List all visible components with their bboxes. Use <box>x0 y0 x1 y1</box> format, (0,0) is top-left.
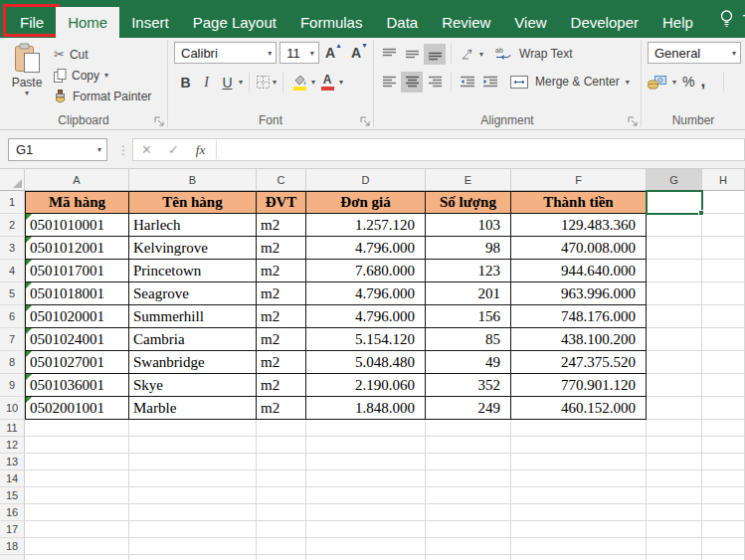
cell-G4[interactable] <box>647 260 702 282</box>
font-color-dropdown-icon[interactable]: ▾ <box>339 79 343 86</box>
row-header-2[interactable]: 2 <box>0 214 25 237</box>
fill-handle[interactable] <box>698 210 704 216</box>
cell-C2[interactable]: m2 <box>257 214 306 237</box>
row-header-15[interactable]: 15 <box>0 487 25 504</box>
cell-D10[interactable]: 1.848.000 <box>306 397 426 420</box>
font-size-combo[interactable]: 11 ▾ <box>279 42 319 64</box>
cell-C17[interactable] <box>257 521 306 538</box>
comma-style-button[interactable]: , <box>700 77 705 87</box>
cell-G17[interactable] <box>647 521 702 538</box>
cell-C9[interactable]: m2 <box>257 374 306 397</box>
cell-E17[interactable] <box>426 521 511 538</box>
cell-H9[interactable] <box>702 374 745 397</box>
fill-color-dropdown-icon[interactable]: ▾ <box>311 79 315 86</box>
column-header-H[interactable]: H <box>702 169 745 191</box>
cell-F4[interactable]: 944.640.000 <box>511 260 647 282</box>
cell-D16[interactable] <box>306 504 426 521</box>
cell-A1[interactable]: Mã hàng <box>25 191 129 214</box>
decrease-font-size-button[interactable]: A▼ <box>348 45 371 61</box>
cell-E9[interactable]: 352 <box>426 374 511 397</box>
cell-D12[interactable] <box>306 437 426 454</box>
cell-E16[interactable] <box>426 504 511 521</box>
cell-C3[interactable]: m2 <box>257 237 306 260</box>
cell-H17[interactable] <box>702 521 745 538</box>
cell-E11[interactable] <box>426 420 511 437</box>
cell-A7[interactable]: 0501024001 <box>25 328 129 351</box>
cell-H12[interactable] <box>702 437 745 454</box>
cell-G3[interactable] <box>647 237 702 260</box>
cell-C1[interactable]: ĐVT <box>257 191 306 214</box>
row-header-12[interactable]: 12 <box>0 437 25 454</box>
cell-C12[interactable] <box>257 437 306 454</box>
cell-F11[interactable] <box>511 420 647 437</box>
formula-input[interactable] <box>217 139 744 160</box>
tab-data[interactable]: Data <box>374 7 430 38</box>
cell-F6[interactable]: 748.176.000 <box>511 305 647 328</box>
font-name-combo[interactable]: Calibri ▾ <box>174 42 277 64</box>
select-all-corner[interactable] <box>0 169 25 191</box>
row-header-16[interactable]: 16 <box>0 504 25 521</box>
cell-B2[interactable]: Harlech <box>129 214 257 237</box>
cell-B18[interactable] <box>129 538 257 555</box>
row-header-19[interactable] <box>0 555 25 560</box>
increase-font-size-button[interactable]: A▲ <box>322 45 345 61</box>
cell-A19[interactable] <box>25 555 129 560</box>
cell-A4[interactable]: 0501017001 <box>25 260 129 282</box>
format-painter-button[interactable]: Format Painter <box>54 86 151 106</box>
cell-E1[interactable]: Số lượng <box>426 191 511 214</box>
cell-H3[interactable] <box>702 237 745 260</box>
accounting-dropdown-icon[interactable]: ▾ <box>672 79 676 86</box>
cell-G2[interactable] <box>647 214 702 237</box>
cell-F15[interactable] <box>511 487 647 504</box>
cell-G13[interactable] <box>647 454 702 470</box>
cell-D5[interactable]: 4.796.000 <box>306 282 426 305</box>
cell-E12[interactable] <box>426 437 511 454</box>
cell-B4[interactable]: Princetown <box>129 260 257 282</box>
tab-formulas[interactable]: Formulas <box>288 7 375 38</box>
cell-B1[interactable]: Tên hàng <box>129 191 257 214</box>
cell-C16[interactable] <box>257 504 306 521</box>
column-header-B[interactable]: B <box>129 169 257 191</box>
cell-B19[interactable] <box>129 555 257 560</box>
cell-C10[interactable]: m2 <box>257 397 306 420</box>
cell-B16[interactable] <box>129 504 257 521</box>
cell-E7[interactable]: 85 <box>426 328 511 351</box>
cell-H19[interactable] <box>702 555 745 560</box>
cell-F1[interactable]: Thành tiền <box>511 191 647 214</box>
cell-C14[interactable] <box>257 470 306 487</box>
cell-A11[interactable] <box>25 420 129 437</box>
cell-H18[interactable] <box>702 538 745 555</box>
cell-A3[interactable]: 0501012001 <box>25 237 129 260</box>
cell-C5[interactable]: m2 <box>257 282 306 305</box>
cell-D19[interactable] <box>306 555 426 560</box>
cell-E8[interactable]: 49 <box>426 351 511 374</box>
tab-home[interactable]: Home <box>56 7 119 38</box>
cell-B12[interactable] <box>129 437 257 454</box>
cell-B15[interactable] <box>129 487 257 504</box>
cell-D1[interactable]: Đơn giá <box>306 191 426 214</box>
cell-H4[interactable] <box>702 260 745 282</box>
cell-F3[interactable]: 470.008.000 <box>511 237 647 260</box>
column-header-G[interactable]: G <box>647 169 702 191</box>
cell-C18[interactable] <box>257 538 306 555</box>
cell-D17[interactable] <box>306 521 426 538</box>
align-center-button[interactable] <box>401 72 423 93</box>
cell-G14[interactable] <box>647 470 702 487</box>
cell-A6[interactable]: 0501020001 <box>25 305 129 328</box>
cell-B17[interactable] <box>129 521 257 538</box>
cell-G18[interactable] <box>647 538 702 555</box>
cell-B3[interactable]: Kelvingrove <box>129 237 257 260</box>
cell-D2[interactable]: 1.257.120 <box>306 214 426 237</box>
cell-F17[interactable] <box>511 521 647 538</box>
column-header-E[interactable]: E <box>426 169 511 191</box>
cell-F10[interactable]: 460.152.000 <box>511 397 647 420</box>
percent-style-button[interactable]: % <box>682 74 694 90</box>
copy-dropdown-icon[interactable]: ▾ <box>104 72 108 79</box>
cell-E14[interactable] <box>426 470 511 487</box>
underline-button[interactable]: U <box>218 72 237 93</box>
cell-C6[interactable]: m2 <box>257 305 306 328</box>
row-header-10[interactable]: 10 <box>0 397 25 420</box>
cell-B8[interactable]: Swanbridge <box>129 351 257 374</box>
paste-dropdown-icon[interactable]: ▾ <box>25 90 29 96</box>
cell-C13[interactable] <box>257 454 306 470</box>
